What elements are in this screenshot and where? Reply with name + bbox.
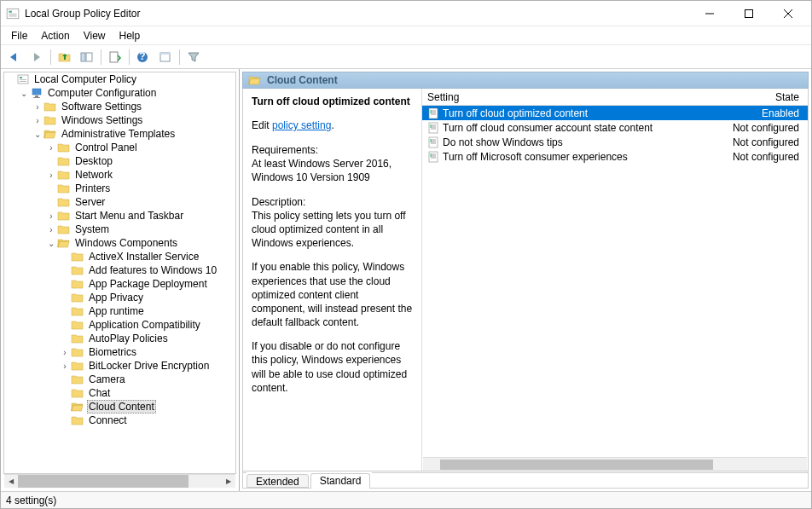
tree-item[interactable]: Desktop xyxy=(4,154,235,168)
description-p2: If you enable this policy, Windows exper… xyxy=(252,260,413,329)
folder-closed-icon xyxy=(71,360,84,372)
folder-closed-icon xyxy=(71,292,84,304)
tree-toggle[interactable]: › xyxy=(59,362,71,371)
column-setting[interactable]: Setting xyxy=(422,91,722,103)
up-button[interactable] xyxy=(55,48,75,67)
tree-label: Computer Configuration xyxy=(46,87,158,99)
tree-item[interactable]: ›Start Menu and Taskbar xyxy=(4,209,235,223)
tree-label: App Package Deployment xyxy=(87,278,209,290)
tree-toggle[interactable]: › xyxy=(45,211,57,221)
tree-toggle[interactable]: › xyxy=(45,171,57,180)
menu-action[interactable]: Action xyxy=(34,28,76,43)
content-header-title: Cloud Content xyxy=(267,74,338,86)
tree-toggle[interactable]: › xyxy=(45,143,57,153)
description-label: Description: xyxy=(252,196,305,208)
folder-open-icon xyxy=(248,74,262,86)
tree-item[interactable]: ›Biometrics xyxy=(4,345,235,359)
tree-item[interactable]: Chat xyxy=(4,386,235,400)
title-bar: Local Group Policy Editor xyxy=(1,1,811,26)
tree-item[interactable]: ⌄Windows Components xyxy=(4,236,235,250)
tree-toggle[interactable]: › xyxy=(59,348,71,357)
folder-closed-icon xyxy=(71,346,84,358)
description-p3: If you disable or do not configure this … xyxy=(252,339,413,395)
tree-toggle[interactable]: ⌄ xyxy=(18,89,30,98)
tree-item[interactable]: App runtime xyxy=(4,304,235,318)
menu-file[interactable]: File xyxy=(4,28,34,43)
tree-view[interactable]: Local Computer Policy⌄Computer Configura… xyxy=(3,72,236,474)
tree-label: Start Menu and Taskbar xyxy=(73,210,185,222)
tree-item[interactable]: AutoPlay Policies xyxy=(4,332,235,345)
tree-item[interactable]: ›Windows Settings xyxy=(4,113,235,127)
policy-icon xyxy=(427,122,439,134)
tree-label: Network xyxy=(73,169,114,181)
tree-item[interactable]: Cloud Content xyxy=(4,400,235,414)
tree-item[interactable]: ⌄Computer Configuration xyxy=(4,86,235,100)
tree-item-root[interactable]: Local Computer Policy xyxy=(4,72,235,86)
folder-closed-icon xyxy=(44,114,57,126)
tree-label: Windows Settings xyxy=(60,114,144,126)
tree-label: Add features to Windows 10 xyxy=(87,264,218,276)
setting-row[interactable]: Do not show Windows tipsNot configured xyxy=(422,135,808,149)
tree-item[interactable]: Application Compatibility xyxy=(4,318,235,332)
folder-closed-icon xyxy=(57,169,71,181)
help-button[interactable]: ? xyxy=(133,48,154,67)
properties-button[interactable] xyxy=(155,48,176,67)
tab-standard[interactable]: Standard xyxy=(310,473,371,489)
tree-item[interactable]: ›BitLocker Drive Encryption xyxy=(4,359,235,373)
tree-item[interactable]: Camera xyxy=(4,373,235,386)
menu-help[interactable]: Help xyxy=(113,28,148,43)
settings-list[interactable]: Turn off cloud optimized contentEnabledT… xyxy=(422,106,808,457)
tree-item[interactable]: Add features to Windows 10 xyxy=(4,263,235,277)
detail-edit-row: Edit policy setting. xyxy=(252,119,413,131)
minimize-button[interactable] xyxy=(690,2,729,26)
status-text: 4 setting(s) xyxy=(6,495,56,506)
tree-item[interactable]: Printers xyxy=(4,182,235,195)
tab-extended[interactable]: Extended xyxy=(246,474,309,488)
app-icon xyxy=(6,7,20,20)
tree-toggle[interactable]: › xyxy=(45,225,57,234)
settings-columns-header[interactable]: Setting State xyxy=(422,89,808,106)
svg-rect-14 xyxy=(745,9,753,17)
setting-row[interactable]: Turn off Microsoft consumer experiencesN… xyxy=(422,149,808,164)
close-button[interactable] xyxy=(768,2,808,26)
tree-item[interactable]: ›Control Panel xyxy=(4,141,235,154)
show-hide-tree-button[interactable] xyxy=(77,48,97,67)
tree-item[interactable]: App Privacy xyxy=(4,291,235,304)
tree-item[interactable]: Server xyxy=(4,195,235,209)
edit-policy-link[interactable]: policy setting xyxy=(272,119,331,131)
svg-text:?: ? xyxy=(139,51,145,62)
tree-label: Server xyxy=(73,196,107,208)
setting-row[interactable]: Turn off cloud consumer account state co… xyxy=(422,120,808,135)
tree-item[interactable]: App Package Deployment xyxy=(4,277,235,291)
tree-item[interactable]: Connect xyxy=(4,414,235,427)
tree-label: Connect xyxy=(87,414,129,426)
tree-item[interactable]: ActiveX Installer Service xyxy=(4,250,235,263)
tree-label: Printers xyxy=(73,182,112,194)
folder-closed-icon xyxy=(57,155,71,167)
tree-item[interactable]: ›Network xyxy=(4,168,235,182)
tree-item[interactable]: ⌄Administrative Templates xyxy=(4,127,235,141)
tree-horizontal-scrollbar[interactable]: ◀ ▶ xyxy=(4,474,235,488)
tree-item[interactable]: ›System xyxy=(4,223,235,236)
tree-label: Application Compatibility xyxy=(87,319,202,331)
tree-toggle[interactable]: › xyxy=(32,116,44,125)
back-button[interactable] xyxy=(4,48,25,67)
column-state[interactable]: State xyxy=(722,91,808,103)
tree-label: Cloud Content xyxy=(87,400,156,414)
gpo-icon xyxy=(16,73,30,85)
export-button[interactable] xyxy=(105,48,125,67)
tree-pane: Local Computer Policy⌄Computer Configura… xyxy=(1,69,240,491)
forward-button[interactable] xyxy=(26,48,47,67)
tree-label: Control Panel xyxy=(73,142,139,153)
tree-item[interactable]: ›Software Settings xyxy=(4,100,235,113)
tree-toggle[interactable]: ⌄ xyxy=(45,239,57,248)
settings-horizontal-scrollbar[interactable] xyxy=(423,457,807,471)
maximize-button[interactable] xyxy=(729,2,768,26)
tree-toggle[interactable]: ⌄ xyxy=(32,130,44,139)
tree-toggle[interactable]: › xyxy=(32,102,44,112)
setting-row[interactable]: Turn off cloud optimized contentEnabled xyxy=(422,106,808,120)
menu-view[interactable]: View xyxy=(77,28,113,43)
detail-title: Turn off cloud optimized content xyxy=(252,95,413,107)
filter-button[interactable] xyxy=(183,48,204,67)
folder-closed-icon xyxy=(57,182,71,194)
